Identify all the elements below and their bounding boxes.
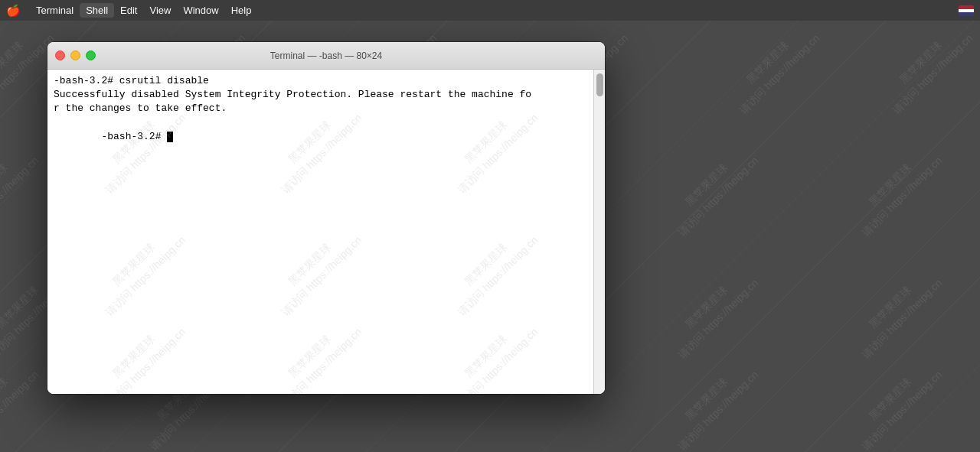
- terminal-line-4: -bash-3.2#: [54, 116, 599, 158]
- menu-window[interactable]: Window: [177, 3, 224, 18]
- watermark-tile: 黑苹果星球请访问 https://heipg.cn: [846, 141, 946, 241]
- watermark-tile: 黑苹果星球请访问 https://heipg.cn: [662, 355, 763, 452]
- menu-terminal[interactable]: Terminal: [30, 3, 80, 18]
- terminal-scrollbar[interactable]: [593, 70, 605, 394]
- terminal-watermark: 黑苹果星球请访问 https://heipg.cn: [90, 312, 190, 394]
- scrollbar-thumb[interactable]: [596, 73, 603, 96]
- terminal-window: Terminal — -bash — 80×24 -bash-3.2# csru…: [47, 42, 605, 394]
- watermark-tile: 黑苹果星球请访问 https://heipg.cn: [846, 355, 946, 452]
- terminal-line-3: r the changes to take effect.: [54, 102, 599, 115]
- menu-help[interactable]: Help: [225, 3, 258, 18]
- watermark-tile: 黑苹果星球请访问 https://heipg.cn: [0, 355, 43, 452]
- terminal-line-1: -bash-3.2# csrutil disable: [54, 74, 599, 88]
- terminal-watermark: 黑苹果星球请访问 https://heipg.cn: [442, 220, 542, 320]
- terminal-watermark: 黑苹果星球请访问 https://heipg.cn: [442, 312, 542, 394]
- menu-shell[interactable]: Shell: [80, 3, 114, 18]
- terminal-watermark: 黑苹果星球请访问 https://heipg.cn: [266, 312, 366, 394]
- terminal-watermark: 黑苹果星球请访问 https://heipg.cn: [266, 220, 366, 320]
- terminal-titlebar: Terminal — -bash — 80×24: [47, 42, 605, 70]
- terminal-title: Terminal — -bash — 80×24: [270, 50, 382, 61]
- traffic-lights: [55, 50, 96, 60]
- terminal-line-2: Successfully disabled System Integrity P…: [54, 88, 599, 102]
- watermark-tile: 黑苹果星球请访问 https://heipg.cn: [846, 263, 946, 363]
- maximize-button[interactable]: [86, 50, 96, 60]
- watermark-tile: 黑苹果星球请访问 https://heipg.cn: [662, 141, 763, 241]
- terminal-content[interactable]: -bash-3.2# csrutil disable Successfully …: [47, 70, 605, 394]
- watermark-tile: 黑苹果星球请访问 https://heipg.cn: [724, 21, 824, 119]
- cursor: [167, 132, 173, 142]
- language-flag-icon: [959, 5, 974, 16]
- close-button[interactable]: [55, 50, 65, 60]
- watermark-tile: 黑苹果星球请访问 https://heipg.cn: [877, 21, 977, 119]
- minimize-button[interactable]: [70, 50, 80, 60]
- menu-view[interactable]: View: [143, 3, 177, 18]
- watermark-tile: 黑苹果星球请访问 https://heipg.cn: [0, 141, 43, 241]
- menu-edit[interactable]: Edit: [114, 3, 143, 18]
- watermark-tile: 黑苹果星球请访问 https://heipg.cn: [662, 263, 763, 363]
- menu-bar-right: [959, 5, 974, 16]
- menu-bar: 🍎 Terminal Shell Edit View Window Help: [0, 0, 980, 21]
- terminal-watermark: 黑苹果星球请访问 https://heipg.cn: [90, 220, 190, 320]
- apple-menu-icon[interactable]: 🍎: [6, 4, 21, 18]
